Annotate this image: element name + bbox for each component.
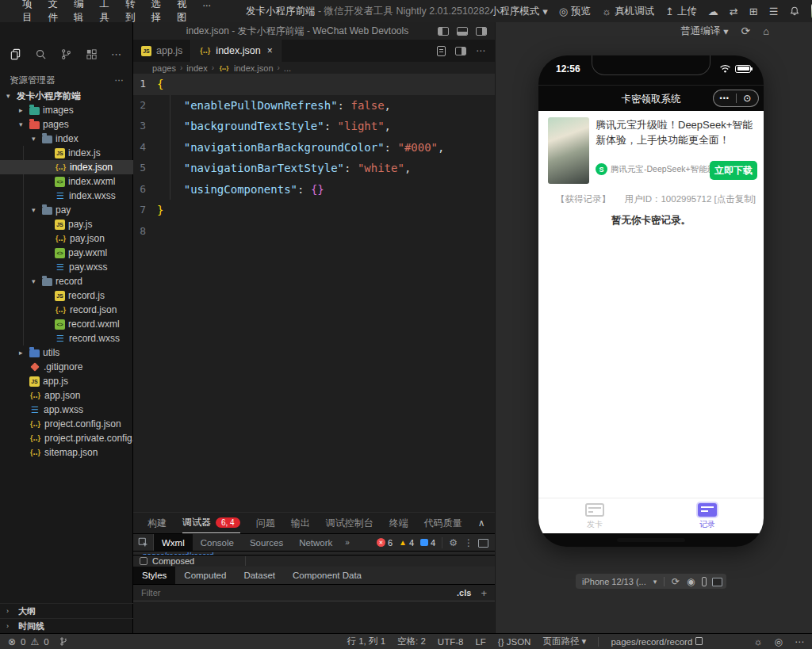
tree-item-发卡小程序前端[interactable]: ▾发卡小程序前端 <box>0 89 133 103</box>
tree-item-sitemap.json[interactable]: {‥}sitemap.json <box>0 445 133 460</box>
tree-item-index.wxml[interactable]: <>index.wxml <box>0 174 133 189</box>
breadcrumb-file[interactable]: index.json <box>234 63 274 73</box>
tree-item-project.config.json[interactable]: {‥}project.config.json <box>0 417 133 431</box>
user-id-copy[interactable]: 用户ID：1002995712 [点击复制] <box>624 193 756 205</box>
panel-tab-调试控制台[interactable]: 调试控制台 <box>326 513 373 533</box>
menu-item[interactable]: 视图 <box>169 0 195 25</box>
errors-value[interactable]: 0 <box>21 637 25 647</box>
search-icon[interactable] <box>35 48 47 60</box>
tree-item-images[interactable]: ▸images <box>0 103 133 117</box>
page-path-value[interactable]: pages/record/record <box>611 637 702 647</box>
tab-overflow-icon[interactable]: » <box>340 538 354 547</box>
open-changes-icon[interactable] <box>437 46 446 56</box>
fork-icon[interactable] <box>59 636 69 647</box>
tree-item-record.json[interactable]: {‥}record.json <box>0 303 133 317</box>
tree-item-app.js[interactable]: JSapp.js <box>0 374 133 388</box>
download-button[interactable]: 立即下载 <box>710 161 757 180</box>
collapse-panel-icon[interactable]: ∧ <box>478 517 485 529</box>
capsule-home-icon[interactable]: ⊙ <box>737 93 759 104</box>
watch-icon[interactable]: ◎ <box>775 636 783 647</box>
warnings-icon[interactable]: ⚠ <box>30 636 39 647</box>
breadcrumb-index[interactable]: index <box>186 63 207 73</box>
styles-tab-Styles[interactable]: Styles <box>133 567 175 584</box>
cursor-position[interactable]: 行 1, 列 1 <box>347 636 385 647</box>
devtools-tab-Network[interactable]: Network <box>291 534 340 551</box>
panel-tab-终端[interactable]: 终端 <box>389 513 408 533</box>
styles-tab-Component Data[interactable]: Component Data <box>284 567 370 584</box>
mode-dropdown[interactable]: 小程序模式 ▾ <box>490 5 548 18</box>
warnings-value[interactable]: 0 <box>44 637 48 647</box>
extensions-icon[interactable] <box>86 48 98 60</box>
panel-tab-问题[interactable]: 问题 <box>256 513 275 533</box>
tree-item-record[interactable]: ▾record <box>0 274 133 288</box>
tree-item-pay[interactable]: ▾pay <box>0 203 133 217</box>
editor-more-icon[interactable]: ⋯ <box>476 45 485 56</box>
devtools-tab-Sources[interactable]: Sources <box>242 534 291 551</box>
debug-icon[interactable]: ☼ <box>754 636 763 647</box>
filter-input[interactable]: Filter <box>141 588 160 597</box>
devtools-tab-Console[interactable]: Console <box>193 534 242 551</box>
more-icon[interactable]: ⋯ <box>111 48 122 60</box>
styles-tab-Computed[interactable]: Computed <box>175 567 235 584</box>
menu-item[interactable]: 编辑 <box>66 0 92 25</box>
errors-icon[interactable]: ⊗ <box>8 636 16 647</box>
code-line[interactable]: 1{ <box>133 74 495 95</box>
panel-tab-调试器[interactable]: 调试器6, 4 <box>182 513 240 533</box>
code-editor[interactable]: 1{2 "enablePullDownRefresh": false,3 "ba… <box>133 74 495 534</box>
breadcrumb-more[interactable]: ... <box>284 63 291 73</box>
code-line[interactable]: 6 "usingComponents": {} <box>133 179 495 200</box>
device-frame-icon[interactable] <box>702 577 707 586</box>
git-branch-icon[interactable] <box>60 48 72 60</box>
devtools-tab-Wxml[interactable]: Wxml <box>154 534 193 551</box>
eol[interactable]: LF <box>475 637 485 647</box>
styles-tab-Dataset[interactable]: Dataset <box>235 567 284 584</box>
tree-item-utils[interactable]: ▸utils <box>0 345 133 360</box>
tree-item-index.js[interactable]: JSindex.js <box>0 146 133 160</box>
capsule-more-icon[interactable]: ••• <box>714 94 736 102</box>
tree-item-app.json[interactable]: {‥}app.json <box>0 388 133 403</box>
statusbar-more-icon[interactable]: ⋯ <box>795 636 804 647</box>
list-icon[interactable]: ☰ <box>769 6 779 17</box>
panel-tab-输出[interactable]: 输出 <box>291 513 310 533</box>
page-path-dropdown[interactable]: 页面路径 ▾ <box>542 636 586 647</box>
outline-section[interactable]: ›大纲 <box>0 603 133 618</box>
breadcrumb-pages[interactable]: pages <box>152 63 176 73</box>
panel-tab-构建[interactable]: 构建 <box>147 513 167 533</box>
grid-icon[interactable]: ⊞ <box>749 6 758 17</box>
panel-tab-代码质量[interactable]: 代码质量 <box>424 513 462 533</box>
toggle-sidebar-icon[interactable] <box>438 27 449 36</box>
rotate-icon[interactable]: ⟳ <box>672 576 680 587</box>
toggle-panel-icon[interactable] <box>457 27 468 36</box>
menu-item[interactable]: 项目 <box>14 0 40 25</box>
encoding[interactable]: UTF-8 <box>438 637 464 647</box>
tree-item-pay.js[interactable]: JSpay.js <box>0 217 133 231</box>
multi-window-icon[interactable] <box>714 578 720 585</box>
tab-faka[interactable]: 发卡 <box>538 498 651 533</box>
menu-item[interactable]: 转到 <box>117 0 144 25</box>
settings-gear-icon[interactable]: ⚙ <box>449 537 458 548</box>
language-mode[interactable]: {} JSON <box>498 637 531 647</box>
tree-item-pages[interactable]: ▾pages <box>0 117 133 132</box>
breadcrumb[interactable]: pages › index › {‥} index.json › ... <box>133 62 495 74</box>
add-style-icon[interactable]: + <box>481 587 487 599</box>
tree-item-record.js[interactable]: JSrecord.js <box>0 288 133 303</box>
bell-icon[interactable] <box>789 6 800 17</box>
tab-index-json[interactable]: {‥} index.json × <box>191 40 281 62</box>
code-line[interactable]: 8 <box>133 221 495 242</box>
error-count[interactable]: ✕6 <box>377 538 393 548</box>
tree-item-record.wxml[interactable]: <>record.wxml <box>0 317 133 331</box>
tree-item-index[interactable]: ▾index <box>0 132 133 146</box>
copy-icon[interactable] <box>695 637 703 645</box>
close-tab-icon[interactable]: × <box>267 45 273 56</box>
tree-item-index.wxss[interactable]: ☰index.wxss <box>0 189 133 203</box>
upload-button[interactable]: ↥上传 <box>665 5 697 18</box>
tree-item-index.json[interactable]: {‥}index.json <box>0 160 133 174</box>
timeline-section[interactable]: ›时间线 <box>0 618 133 633</box>
tab-jilu[interactable]: 记录 <box>651 498 764 533</box>
tree-item-project.private.config.js...[interactable]: {‥}project.private.config.js... <box>0 431 133 445</box>
info-count[interactable]: 4 <box>420 538 435 548</box>
dock-icon[interactable] <box>480 539 488 546</box>
compile-mode-dropdown[interactable]: 普通编译 ▾ <box>680 25 728 38</box>
code-line[interactable]: 3 "backgroundTextStyle": "light", <box>133 116 495 137</box>
toggle-simulator-icon[interactable] <box>476 27 487 36</box>
